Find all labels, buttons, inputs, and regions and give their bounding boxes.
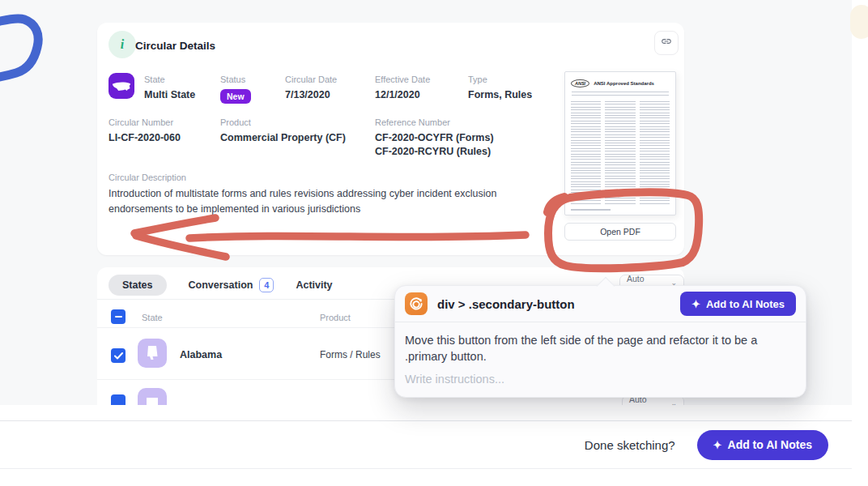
column-header-state: State (142, 313, 163, 322)
field-value: Multi State (144, 88, 195, 102)
app-screen: i Circular Details State Multi State Sta… (0, 0, 868, 486)
indeterminate-mark (115, 316, 122, 318)
field-value: Commercial Property (CF) (220, 131, 346, 145)
button-label: Add to AI Notes (706, 298, 785, 310)
pdf-thumbnail[interactable]: ANSI ANSI Approved Standards (564, 71, 676, 215)
field-label: Reference Number (375, 117, 494, 127)
field-label: Product (220, 117, 346, 127)
multi-state-icon (108, 73, 134, 99)
product-cell: Forms / Rules (320, 349, 381, 360)
field-reference-number: Reference Number CF-2020-OCYFR (Forms) C… (375, 117, 494, 159)
tab-bar: States Conversation 4 Activity (108, 275, 333, 296)
select-all-checkbox[interactable] (111, 309, 126, 324)
field-label: State (144, 75, 195, 84)
field-label: Circular Date (285, 75, 337, 84)
field-effective-date: Effective Date 12/1/2020 (375, 75, 430, 102)
field-circular-number: Circular Number LI-CF-2020-060 (108, 117, 181, 145)
field-label: Circular Number (108, 117, 181, 127)
done-sketching-text: Done sketching? (585, 438, 675, 452)
pdf-text-columns (571, 101, 670, 205)
button-label: Add to AI Notes (728, 438, 812, 451)
field-state: State Multi State (144, 75, 195, 102)
field-label: Circular Description (108, 173, 559, 182)
state-icon (138, 388, 167, 405)
tab-conversation[interactable]: Conversation 4 (189, 278, 274, 292)
conversation-count-badge: 4 (259, 278, 274, 292)
sparkle-icon: ✦ (691, 299, 700, 309)
sparkle-icon: ✦ (713, 440, 722, 450)
copy-link-button[interactable] (654, 31, 679, 55)
field-value: Forms, Rules (468, 88, 532, 102)
state-cell: Alabama (180, 349, 222, 360)
popup-body: Move this button from the left side of t… (395, 322, 806, 397)
selected-element-selector: div > .secondary-button (437, 297, 670, 311)
check-icon (114, 352, 123, 360)
open-pdf-button[interactable]: Open PDF (564, 223, 676, 241)
field-label: Effective Date (375, 75, 430, 84)
right-panel-edge (852, 0, 868, 486)
pdf-preview: ANSI ANSI Approved Standards Open PDF (564, 71, 676, 241)
tab-states[interactable]: States (108, 275, 167, 296)
field-product: Product Commercial Property (CF) (220, 117, 346, 145)
card-title: Circular Details (135, 40, 215, 52)
column-header-product: Product (320, 313, 351, 322)
field-circular-description: Circular Description Introduction of mul… (108, 173, 559, 217)
field-circular-date: Circular Date 7/13/2020 (285, 75, 337, 102)
pdf-footer-line (571, 209, 611, 211)
info-icon: i (108, 31, 136, 58)
clipped-corner-element (850, 5, 868, 39)
add-to-ai-notes-button[interactable]: ✦ Add to AI Notes (680, 292, 796, 316)
field-type: Type Forms, Rules (468, 75, 532, 102)
circular-details-card: i Circular Details State Multi State Sta… (97, 23, 684, 255)
tab-label: Conversation (189, 279, 253, 291)
add-to-ai-notes-button[interactable]: ✦ Add to AI Notes (697, 430, 828, 460)
blue-sketch-shape (0, 19, 38, 83)
link-icon (661, 36, 672, 50)
status-badge: New (220, 89, 251, 104)
app-logo-icon (405, 292, 428, 315)
field-value-line1: CF-2020-OCYFR (Forms) (375, 131, 494, 145)
bottom-region: Done sketching? ✦ Add to AI Notes (0, 405, 868, 486)
field-label: Status (220, 75, 251, 84)
field-value: 7/13/2020 (285, 88, 337, 102)
sketch-toolbar: Done sketching? ✦ Add to AI Notes (0, 420, 852, 469)
instruction-note: Move this button from the left side of t… (405, 332, 795, 364)
field-value: 12/1/2020 (375, 88, 430, 102)
ai-notes-popup: div > .secondary-button ✦ Add to AI Note… (394, 285, 806, 398)
pdf-intro-lines (572, 92, 669, 97)
description-text: Introduction of multistate forms and rul… (108, 186, 559, 217)
pdf-logo: ANSI (571, 79, 589, 87)
field-value-line2: CF-2020-RCYRU (Rules) (375, 145, 494, 159)
popup-header: div > .secondary-button ✦ Add to AI Note… (395, 286, 806, 322)
row-checkbox[interactable] (111, 348, 126, 363)
tab-activity[interactable]: Activity (296, 279, 332, 291)
field-label: Type (468, 75, 532, 84)
instructions-input[interactable]: Write instructions... (405, 373, 796, 386)
pdf-doc-title: ANSI Approved Standards (594, 81, 654, 86)
row-checkbox[interactable] (111, 394, 126, 405)
field-status: Status New (220, 75, 251, 104)
field-value: LI-CF-2020-060 (108, 131, 181, 145)
alabama-state-icon (138, 339, 167, 368)
